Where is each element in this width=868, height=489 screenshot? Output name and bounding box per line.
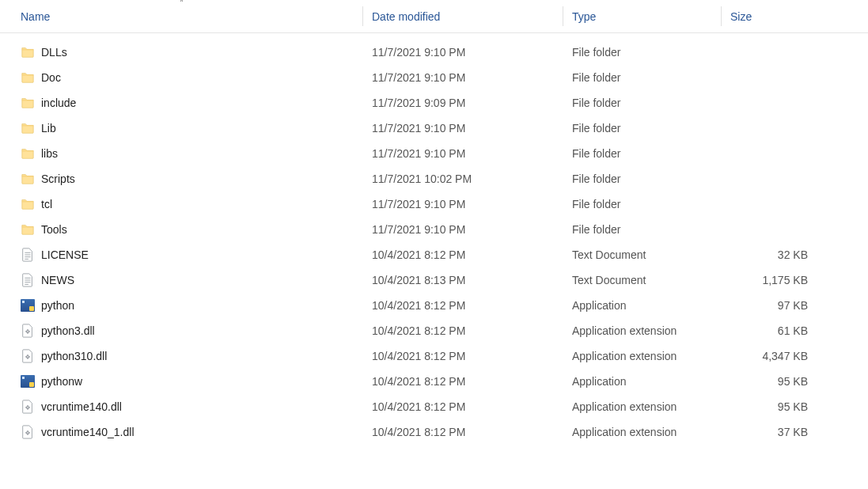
file-name-cell: python310.dll bbox=[0, 349, 362, 363]
folder-icon bbox=[21, 45, 35, 59]
file-name-label: libs bbox=[41, 147, 58, 160]
svg-point-7 bbox=[27, 356, 28, 358]
svg-rect-5 bbox=[29, 331, 30, 332]
text-document-icon bbox=[21, 248, 35, 262]
file-row[interactable]: python3.dll10/4/2021 8:12 PMApplication … bbox=[0, 318, 868, 343]
application-extension-icon bbox=[21, 400, 35, 414]
file-name-cell: Scripts bbox=[0, 172, 362, 186]
svg-rect-22 bbox=[25, 432, 26, 433]
file-date-cell: 10/4/2021 8:12 PM bbox=[362, 400, 563, 413]
file-row[interactable]: vcruntime140.dll10/4/2021 8:12 PMApplica… bbox=[0, 394, 868, 419]
file-type-cell: Application extension bbox=[563, 400, 721, 413]
file-name-cell: LICENSE bbox=[0, 248, 362, 262]
file-row[interactable]: python10/4/2021 8:12 PMApplication97 KB bbox=[0, 293, 868, 318]
file-row[interactable]: Scripts11/7/2021 10:02 PMFile folder bbox=[0, 166, 868, 191]
svg-point-19 bbox=[27, 432, 28, 434]
file-name-cell: python3.dll bbox=[0, 324, 362, 338]
svg-rect-10 bbox=[25, 356, 26, 357]
file-name-label: python bbox=[41, 299, 74, 312]
file-name-cell: Tools bbox=[0, 222, 362, 237]
file-size-cell: 37 KB bbox=[721, 426, 824, 438]
application-extension-icon bbox=[21, 425, 35, 439]
file-name-cell: Lib bbox=[0, 121, 362, 135]
file-name-label: python3.dll bbox=[41, 324, 95, 337]
file-type-cell: Application bbox=[563, 299, 721, 312]
file-size-cell: 4,347 KB bbox=[721, 350, 824, 362]
file-name-label: DLLs bbox=[41, 46, 67, 59]
svg-rect-16 bbox=[25, 407, 26, 408]
column-header-row: Name ˄ Date modified Type Size bbox=[0, 0, 868, 33]
file-name-label: pythonw bbox=[41, 375, 82, 388]
svg-rect-20 bbox=[27, 430, 28, 431]
folder-icon bbox=[21, 172, 35, 186]
column-header-size[interactable]: Size bbox=[721, 0, 824, 32]
file-type-cell: File folder bbox=[563, 46, 721, 59]
file-type-cell: File folder bbox=[563, 172, 721, 185]
text-document-icon bbox=[21, 273, 35, 287]
column-header-date-label: Date modified bbox=[372, 10, 440, 23]
svg-rect-15 bbox=[27, 409, 28, 410]
file-type-cell: File folder bbox=[563, 198, 721, 210]
file-row[interactable]: Doc11/7/2021 9:10 PMFile folder bbox=[0, 65, 868, 90]
file-size-cell: 32 KB bbox=[721, 248, 824, 261]
file-name-cell: libs bbox=[0, 146, 362, 161]
svg-rect-21 bbox=[27, 434, 28, 435]
file-date-cell: 11/7/2021 9:10 PM bbox=[362, 71, 563, 84]
file-row[interactable]: include11/7/2021 9:09 PMFile folder bbox=[0, 90, 868, 116]
file-name-label: python310.dll bbox=[41, 350, 107, 362]
file-name-cell: include bbox=[0, 96, 362, 110]
file-date-cell: 11/7/2021 9:10 PM bbox=[362, 122, 563, 135]
file-type-cell: File folder bbox=[563, 97, 721, 109]
file-name-label: Doc bbox=[41, 71, 61, 84]
svg-rect-9 bbox=[27, 358, 28, 359]
file-list: DLLs11/7/2021 9:10 PMFile folderDoc11/7/… bbox=[0, 33, 868, 445]
column-header-name[interactable]: Name ˄ bbox=[0, 0, 362, 32]
file-name-cell: vcruntime140_1.dll bbox=[0, 425, 362, 439]
file-row[interactable]: libs11/7/2021 9:10 PMFile folder bbox=[0, 141, 868, 166]
file-date-cell: 11/7/2021 9:10 PM bbox=[362, 46, 563, 59]
file-type-cell: Text Document bbox=[563, 248, 721, 261]
file-row[interactable]: tcl11/7/2021 9:10 PMFile folder bbox=[0, 191, 868, 217]
column-header-type-label: Type bbox=[572, 10, 596, 23]
file-row[interactable]: LICENSE10/4/2021 8:12 PMText Document32 … bbox=[0, 242, 868, 267]
file-date-cell: 10/4/2021 8:12 PM bbox=[362, 299, 563, 312]
file-name-label: Scripts bbox=[41, 172, 75, 185]
column-header-date-modified[interactable]: Date modified bbox=[362, 0, 563, 32]
file-type-cell: File folder bbox=[563, 223, 721, 236]
file-type-cell: Application extension bbox=[563, 324, 721, 337]
file-name-label: vcruntime140.dll bbox=[41, 400, 122, 413]
file-name-cell: Doc bbox=[0, 70, 362, 85]
file-name-cell: python bbox=[0, 298, 362, 313]
file-type-cell: Application bbox=[563, 375, 721, 388]
file-date-cell: 10/4/2021 8:12 PM bbox=[362, 248, 563, 261]
file-row[interactable]: vcruntime140_1.dll10/4/2021 8:12 PMAppli… bbox=[0, 419, 868, 445]
file-name-label: vcruntime140_1.dll bbox=[41, 426, 135, 438]
file-size-cell: 1,175 KB bbox=[721, 274, 824, 286]
svg-rect-4 bbox=[25, 331, 26, 332]
file-size-cell: 95 KB bbox=[721, 400, 824, 413]
folder-icon bbox=[21, 146, 35, 161]
file-size-cell: 97 KB bbox=[721, 299, 824, 312]
file-type-cell: File folder bbox=[563, 71, 721, 84]
file-name-label: NEWS bbox=[41, 274, 74, 286]
svg-rect-14 bbox=[27, 405, 28, 406]
file-name-cell: pythonw bbox=[0, 374, 362, 389]
file-type-cell: Application extension bbox=[563, 426, 721, 438]
file-row[interactable]: Tools11/7/2021 9:10 PMFile folder bbox=[0, 217, 868, 242]
file-name-label: Lib bbox=[41, 122, 56, 135]
file-date-cell: 11/7/2021 9:10 PM bbox=[362, 223, 563, 236]
file-row[interactable]: pythonw10/4/2021 8:12 PMApplication95 KB bbox=[0, 369, 868, 394]
file-name-cell: vcruntime140.dll bbox=[0, 400, 362, 414]
svg-rect-2 bbox=[27, 329, 28, 330]
svg-point-13 bbox=[27, 407, 28, 408]
folder-icon bbox=[21, 197, 35, 211]
column-header-type[interactable]: Type bbox=[563, 0, 721, 32]
file-type-cell: File folder bbox=[563, 147, 721, 160]
file-row[interactable]: NEWS10/4/2021 8:13 PMText Document1,175 … bbox=[0, 267, 868, 293]
file-row[interactable]: Lib11/7/2021 9:10 PMFile folder bbox=[0, 116, 868, 141]
file-row[interactable]: python310.dll10/4/2021 8:12 PMApplicatio… bbox=[0, 343, 868, 369]
folder-icon bbox=[21, 70, 35, 85]
file-row[interactable]: DLLs11/7/2021 9:10 PMFile folder bbox=[0, 40, 868, 65]
application-extension-icon bbox=[21, 324, 35, 338]
svg-rect-3 bbox=[27, 333, 28, 334]
